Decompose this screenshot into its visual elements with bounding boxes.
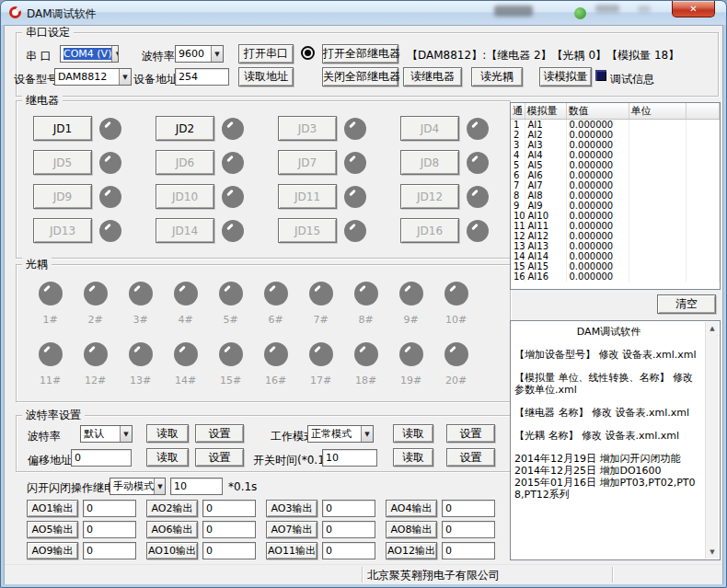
ao-output-button-8[interactable]: AO8输出 (386, 521, 437, 538)
ao-output-button-2[interactable]: AO2输出 (146, 500, 198, 517)
relay-button-jd15[interactable]: JD15 (278, 218, 337, 243)
chevron-down-icon[interactable]: ▼ (211, 46, 223, 62)
relay-button-jd11[interactable]: JD11 (278, 184, 337, 209)
analog-table-row[interactable]: 8AI80.000000 (511, 190, 720, 201)
ao-output-button-6[interactable]: AO6输出 (146, 521, 198, 538)
baudrate-read-button[interactable]: 读取 (146, 424, 189, 443)
ao-output-button-5[interactable]: AO5输出 (27, 521, 78, 538)
analog-table-row[interactable]: 6AI60.000000 (511, 170, 720, 180)
relay-button-jd5[interactable]: JD5 (33, 150, 92, 175)
analog-table-row[interactable]: 4AI40.000000 (511, 150, 720, 160)
analog-table-row[interactable]: 14AI140.000000 (511, 251, 720, 261)
com-port-select[interactable]: COM4 (V) ▼ (60, 45, 119, 63)
ao-value-input-5[interactable] (83, 521, 136, 538)
analog-table-row[interactable]: 2AI20.000000 (511, 130, 720, 140)
col-header-value[interactable]: 数值 (566, 103, 629, 120)
ao-value-input-2[interactable] (202, 500, 256, 517)
ao-output-button-4[interactable]: AO4输出 (386, 500, 437, 517)
analog-table-row[interactable]: 5AI50.000000 (511, 160, 720, 170)
baudrate-select[interactable]: 默认 ▼ (80, 425, 133, 443)
relay-button-jd3[interactable]: JD3 (278, 116, 337, 141)
ao-output-button-10[interactable]: AO10输出 (146, 542, 198, 559)
open-all-relays-button[interactable]: 打开全部继电器 (322, 44, 398, 63)
analog-table-row[interactable]: 1AI10.000000 (511, 120, 720, 131)
analog-table-row[interactable]: 13AI130.000000 (511, 241, 720, 251)
ao-value-input-8[interactable] (442, 521, 495, 538)
ao-value-input-11[interactable] (322, 542, 375, 559)
clear-button[interactable]: 清空 (657, 294, 716, 314)
ao-value-input-4[interactable] (442, 500, 495, 517)
analog-table[interactable]: 通 模拟量 数值 单位 1AI10.0000002AI20.0000003AI3… (510, 102, 721, 290)
device-addr-input[interactable] (175, 68, 229, 86)
ao-value-input-12[interactable] (442, 542, 495, 559)
workmode-set-button[interactable]: 设置 (446, 424, 495, 443)
debug-info-checkbox-icon[interactable] (595, 70, 606, 81)
chevron-down-icon[interactable]: ▼ (111, 46, 119, 62)
relay-button-jd16[interactable]: JD16 (400, 218, 459, 243)
ao-output-button-9[interactable]: AO9输出 (27, 542, 78, 559)
chevron-down-icon[interactable]: ▼ (154, 478, 166, 494)
relay-button-jd9[interactable]: JD9 (33, 184, 92, 209)
offset-set-button[interactable]: 设置 (195, 448, 244, 467)
scroll-up-icon[interactable]: ▲ (706, 322, 719, 335)
baudrate-set-button[interactable]: 设置 (195, 424, 244, 443)
ao-output-button-7[interactable]: AO7输出 (266, 521, 317, 538)
chevron-down-icon[interactable]: ▼ (361, 426, 373, 442)
analog-table-row[interactable]: 9AI90.000000 (511, 201, 720, 211)
ao-output-button-12[interactable]: AO12输出 (386, 542, 437, 559)
log-scrollbar[interactable]: ▲ ▼ (705, 322, 719, 559)
relay-button-jd7[interactable]: JD7 (278, 150, 337, 175)
relay-button-jd2[interactable]: JD2 (156, 116, 214, 141)
ao-value-input-3[interactable] (322, 500, 375, 517)
switchtime-read-button[interactable]: 读取 (393, 448, 433, 467)
col-header-unit[interactable]: 单位 (629, 103, 686, 120)
analog-table-row[interactable]: 3AI30.000000 (511, 140, 720, 150)
read-opto-button[interactable]: 读光耦 (471, 67, 523, 86)
chevron-down-icon[interactable]: ▼ (119, 69, 131, 85)
ao-value-input-9[interactable] (83, 542, 136, 559)
analog-table-row[interactable]: 16AI160.000000 (511, 271, 720, 282)
ao-value-input-10[interactable] (202, 542, 256, 559)
read-analog-button[interactable]: 读模拟量 (539, 67, 592, 86)
switch-time-input[interactable] (322, 449, 377, 467)
ao-output-button-1[interactable]: AO1输出 (27, 500, 78, 517)
workmode-select[interactable]: 正常模式 ▼ (307, 425, 374, 443)
close-button[interactable]: ✕ (672, 1, 715, 17)
read-relay-button[interactable]: 读继电器 (403, 67, 462, 86)
relay-button-jd8[interactable]: JD8 (400, 150, 459, 175)
relay-button-jd12[interactable]: JD12 (400, 184, 459, 209)
analog-table-row[interactable]: 15AI150.000000 (511, 261, 720, 271)
chevron-down-icon[interactable]: ▼ (120, 426, 132, 442)
baud-select[interactable]: 9600 ▼ (175, 45, 224, 63)
flash-mode-select[interactable]: 手动模式 ▼ (110, 478, 166, 495)
ao-value-input-6[interactable] (202, 521, 256, 538)
offset-read-button[interactable]: 读取 (146, 448, 189, 467)
relay-button-jd4[interactable]: JD4 (400, 116, 459, 141)
col-header-analog[interactable]: 模拟量 (525, 103, 566, 120)
ao-value-input-7[interactable] (322, 521, 375, 538)
offset-addr-input[interactable] (71, 449, 132, 467)
analog-table-row[interactable]: 7AI70.000000 (511, 180, 720, 190)
relay-button-jd10[interactable]: JD10 (156, 184, 214, 209)
analog-table-row[interactable]: 10AI100.000000 (511, 211, 720, 221)
relay-button-jd1[interactable]: JD1 (33, 116, 92, 141)
log-box[interactable]: DAM调试软件【增加设备型号】 修改 设备表.xml.xml【模拟量 单位、线性… (510, 320, 721, 560)
flash-time-input[interactable] (170, 478, 223, 495)
ao-value-input-1[interactable] (83, 500, 136, 517)
relay-button-jd14[interactable]: JD14 (156, 218, 214, 243)
analog-table-row[interactable]: 12AI120.000000 (511, 231, 720, 241)
device-model-select[interactable]: DAM8812 ▼ (54, 68, 132, 86)
relay-button-jd13[interactable]: JD13 (33, 218, 92, 243)
relay-indicator-knob (222, 186, 244, 208)
analog-table-row[interactable]: 11AI110.000000 (511, 221, 720, 231)
col-header-channel[interactable]: 通 (511, 103, 525, 120)
ao-output-button-3[interactable]: AO3输出 (266, 500, 317, 517)
close-all-relays-button[interactable]: 关闭全部继电器 (322, 67, 398, 86)
scroll-down-icon[interactable]: ▼ (706, 546, 719, 559)
switchtime-set-button[interactable]: 设置 (446, 448, 495, 467)
workmode-read-button[interactable]: 读取 (393, 424, 433, 443)
relay-button-jd6[interactable]: JD6 (156, 150, 214, 175)
open-serial-button[interactable]: 打开串口 (238, 44, 294, 63)
read-addr-button[interactable]: 读取地址 (238, 67, 294, 86)
ao-output-button-11[interactable]: AO11输出 (266, 542, 317, 559)
